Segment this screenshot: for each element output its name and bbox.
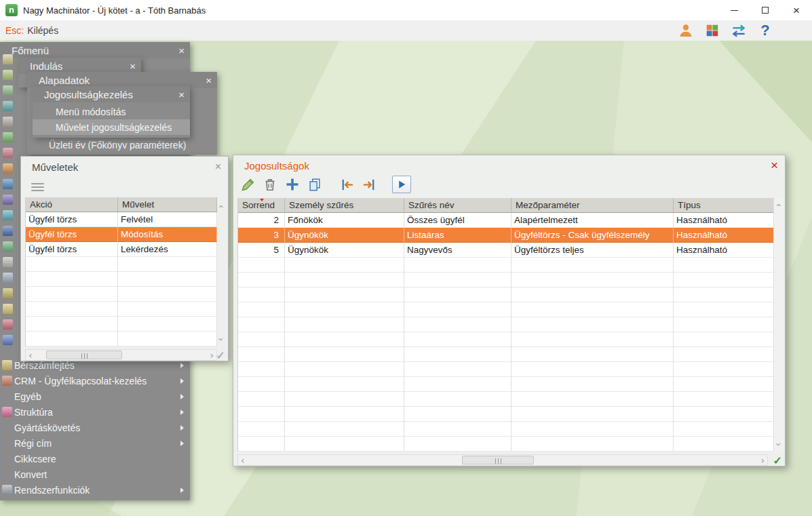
table-row-empty[interactable] xyxy=(238,422,774,437)
fomenu-item-covered[interactable] xyxy=(0,98,18,114)
scroll-up-arrow[interactable]: › xyxy=(773,203,784,207)
table-row-empty[interactable] xyxy=(238,287,774,302)
table-cell[interactable] xyxy=(511,258,674,273)
table-cell[interactable] xyxy=(511,302,674,317)
table-cell[interactable] xyxy=(511,437,674,452)
table-cell[interactable] xyxy=(511,347,674,362)
table-cell[interactable] xyxy=(404,258,511,273)
fomenu-item-covered[interactable] xyxy=(0,239,18,254)
scrollbar-right-arrow[interactable]: › xyxy=(760,456,765,466)
close-icon[interactable]: × xyxy=(206,75,212,85)
table-cell[interactable] xyxy=(238,273,285,287)
table-cell[interactable] xyxy=(238,422,285,437)
table-cell[interactable] xyxy=(511,273,674,287)
table-cell[interactable]: 5 xyxy=(238,243,285,258)
close-icon[interactable]: × xyxy=(130,61,136,71)
table-row-empty[interactable] xyxy=(238,392,774,407)
table-cell[interactable] xyxy=(285,302,404,317)
exit-action-label[interactable]: Kilépés xyxy=(27,25,58,36)
scroll-up-arrow[interactable]: › xyxy=(216,205,226,209)
table-cell[interactable] xyxy=(26,257,118,272)
table-row-empty[interactable] xyxy=(238,332,774,347)
fomenu-item-covered[interactable] xyxy=(0,67,18,83)
close-icon[interactable]: × xyxy=(215,161,221,172)
table-row-empty[interactable] xyxy=(238,273,774,287)
copy-button[interactable] xyxy=(306,176,324,193)
table-row-empty[interactable] xyxy=(238,377,774,392)
table-cell[interactable] xyxy=(26,317,118,332)
table-cell[interactable]: Ügyfél törzs xyxy=(26,242,118,257)
table-row[interactable]: Ügyfél törzsLekérdezés xyxy=(26,242,217,257)
table-cell[interactable] xyxy=(238,317,285,332)
fomenu-item[interactable]: Gyártáskövetés xyxy=(0,420,190,435)
table-cell[interactable] xyxy=(118,302,217,317)
table-row-empty[interactable] xyxy=(26,257,217,272)
table-cell[interactable] xyxy=(511,287,674,302)
table-cell[interactable] xyxy=(674,302,774,317)
table-cell[interactable]: 2 xyxy=(238,213,285,228)
fomenu-item-covered[interactable] xyxy=(0,270,18,285)
table-cell[interactable] xyxy=(285,377,404,392)
fomenu-item-covered[interactable] xyxy=(0,52,18,67)
table-cell[interactable] xyxy=(285,407,404,422)
apps-grid-icon[interactable] xyxy=(703,22,721,39)
table-row-empty[interactable] xyxy=(238,347,774,362)
table-cell[interactable] xyxy=(238,377,285,392)
table-cell[interactable]: Főnökök xyxy=(285,213,404,228)
table-cell[interactable]: Alapértelmezett xyxy=(511,213,674,228)
scrollbar-thumb[interactable] xyxy=(46,351,122,359)
table-cell[interactable] xyxy=(404,302,511,317)
table-cell[interactable]: Ügynökök xyxy=(285,243,404,258)
fomenu-item-covered[interactable] xyxy=(0,161,18,176)
fomenu-item-covered[interactable] xyxy=(0,114,18,130)
transfer-arrows-icon[interactable] xyxy=(730,22,748,39)
table-cell[interactable] xyxy=(285,258,404,273)
table-cell[interactable] xyxy=(118,257,217,272)
table-cell[interactable] xyxy=(238,392,285,407)
table-cell[interactable] xyxy=(404,422,511,437)
table-row-empty[interactable] xyxy=(238,258,774,273)
help-icon[interactable]: ? xyxy=(756,22,774,39)
table-cell[interactable]: Használható xyxy=(674,213,774,228)
muveletek-horizontal-scrollbar[interactable]: ‹ › xyxy=(25,349,217,361)
menu-item-uzleti-ev[interactable]: Üzleti év (Főkönyv paraméterek) xyxy=(27,137,217,153)
table-cell[interactable] xyxy=(511,362,674,377)
table-row-empty[interactable] xyxy=(26,287,217,302)
edit-button[interactable] xyxy=(239,176,256,193)
table-cell[interactable] xyxy=(674,392,774,407)
table-cell[interactable]: Összes ügyfél xyxy=(404,213,511,228)
table-row[interactable]: 5ÜgynökökNagyvevősÜgyféltörzs teljesHasz… xyxy=(238,243,774,258)
table-cell[interactable] xyxy=(285,422,404,437)
fomenu-item-covered[interactable] xyxy=(0,130,18,145)
table-cell[interactable] xyxy=(674,258,774,273)
fomenu-item[interactable]: CRM - Ügyfélkapcsolat-kezelés xyxy=(0,373,190,389)
table-row-empty[interactable] xyxy=(26,272,217,287)
table-cell[interactable]: Nagyvevős xyxy=(404,243,511,258)
scroll-down-arrow[interactable]: › xyxy=(773,443,784,447)
table-cell[interactable] xyxy=(404,317,511,332)
close-icon[interactable]: × xyxy=(771,160,778,171)
table-cell[interactable] xyxy=(674,317,774,332)
fomenu-item[interactable]: Cikkcsere xyxy=(0,451,190,467)
table-row-empty[interactable] xyxy=(26,317,217,332)
table-cell[interactable] xyxy=(511,392,674,407)
fomenu-item-covered[interactable] xyxy=(0,145,18,161)
fomenu-item[interactable]: Régi cím xyxy=(0,435,190,451)
table-cell[interactable]: Lekérdezés xyxy=(118,242,217,257)
table-row-empty[interactable] xyxy=(238,302,774,317)
close-icon[interactable]: × xyxy=(178,45,185,56)
table-cell[interactable] xyxy=(118,287,217,302)
jogosultsagok-vertical-scrollbar[interactable]: › › xyxy=(773,198,784,452)
minimize-button[interactable] xyxy=(718,0,750,20)
delete-button[interactable] xyxy=(261,176,279,193)
table-cell[interactable] xyxy=(285,332,404,347)
fomenu-item-covered[interactable] xyxy=(0,317,18,332)
maximize-button[interactable] xyxy=(750,0,781,20)
table-cell[interactable] xyxy=(285,273,404,287)
column-header-tipus[interactable]: Típus xyxy=(674,198,774,213)
table-cell[interactable] xyxy=(285,287,404,302)
table-cell[interactable] xyxy=(26,287,118,302)
table-cell[interactable]: Ügyféltörzs teljes xyxy=(511,243,674,258)
column-header-sorrend[interactable]: Sorrend xyxy=(238,198,285,213)
table-row[interactable]: 3ÜgynökökListaárasÜgyféltörzs - Csak ügy… xyxy=(238,228,774,243)
